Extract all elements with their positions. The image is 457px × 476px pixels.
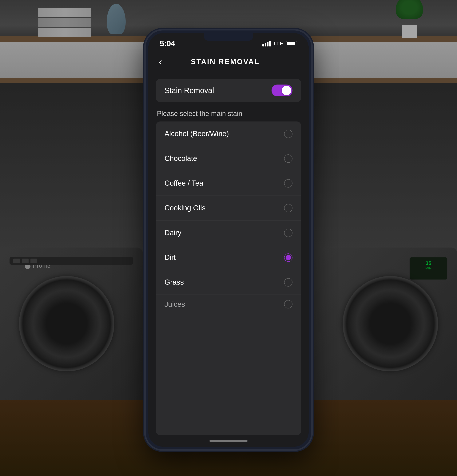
radio-alcohol[interactable] [284, 130, 292, 138]
signal-bar-3 [267, 42, 269, 46]
stain-name-chocolate: Chocolate [165, 154, 197, 163]
battery-icon [286, 41, 297, 46]
stain-name-dairy: Dairy [165, 229, 181, 237]
home-indicator [148, 435, 309, 447]
stain-item-dirt[interactable]: Dirt [156, 245, 301, 270]
signal-bar-1 [262, 44, 264, 46]
radio-cooking-oils[interactable] [284, 204, 292, 212]
stain-item-chocolate[interactable]: Chocolate [156, 146, 301, 171]
stain-name-grass: Grass [165, 278, 184, 286]
stain-name-juices: Juices [165, 300, 185, 308]
stain-name-alcohol: Alcohol (Beer/Wine) [165, 130, 229, 138]
signal-icon [262, 41, 271, 46]
stain-list: Alcohol (Beer/Wine) Chocolate Coffee / T… [156, 121, 301, 435]
stain-removal-toggle[interactable] [271, 85, 292, 96]
stain-item-dairy[interactable]: Dairy [156, 221, 301, 245]
back-button[interactable]: ‹ [159, 57, 162, 67]
status-icons: LTE [262, 41, 297, 47]
stain-prompt: Please select the main stain [148, 106, 309, 121]
radio-dairy[interactable] [284, 229, 292, 237]
nav-bar: ‹ STAIN REMOVAL [148, 50, 309, 73]
radio-grass[interactable] [284, 278, 292, 287]
stain-name-dirt: Dirt [165, 254, 176, 262]
lte-label: LTE [273, 41, 283, 47]
toggle-row: Stain Removal [156, 79, 301, 102]
phone-screen: 5:04 LTE ‹ STAIN REMOVAL [148, 33, 309, 447]
radio-chocolate[interactable] [284, 154, 292, 163]
home-bar [210, 440, 247, 442]
signal-bar-2 [265, 43, 266, 46]
toggle-knob [282, 86, 291, 95]
phone: 5:04 LTE ‹ STAIN REMOVAL [146, 30, 311, 449]
radio-juices[interactable] [284, 300, 292, 308]
radio-dirt[interactable] [284, 254, 292, 262]
radio-coffee[interactable] [284, 179, 292, 187]
stain-item-juices[interactable]: Juices [156, 295, 301, 314]
toggle-label: Stain Removal [165, 86, 214, 95]
stain-item-cooking-oils[interactable]: Cooking Oils [156, 196, 301, 221]
status-time: 5:04 [160, 39, 175, 48]
notch [204, 33, 253, 41]
phone-frame: 5:04 LTE ‹ STAIN REMOVAL [146, 30, 311, 449]
signal-bar-4 [269, 41, 271, 46]
stain-name-cooking-oils: Cooking Oils [165, 204, 205, 212]
stain-item-alcohol[interactable]: Alcohol (Beer/Wine) [156, 121, 301, 146]
battery-fill [287, 42, 295, 45]
stain-item-grass[interactable]: Grass [156, 270, 301, 295]
page-title: STAIN REMOVAL [162, 58, 288, 66]
stain-item-coffee[interactable]: Coffee / Tea [156, 171, 301, 196]
stain-name-coffee: Coffee / Tea [165, 179, 203, 187]
